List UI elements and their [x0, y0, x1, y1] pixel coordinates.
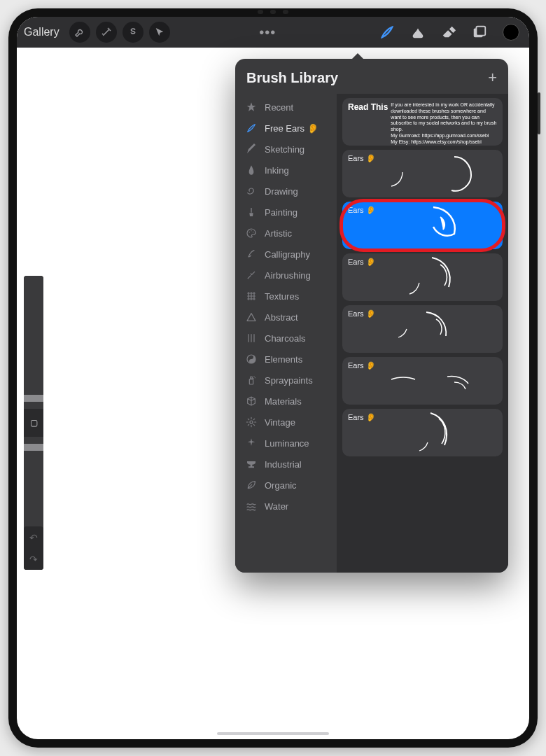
brush-label: Ears 👂: [348, 413, 497, 422]
category-item-industrial[interactable]: Industrial: [235, 454, 337, 475]
modify-button[interactable]: ▢: [24, 409, 43, 437]
svg-point-12: [250, 421, 253, 424]
category-item-organic[interactable]: Organic: [235, 475, 337, 496]
category-item-calligraphy[interactable]: Calligraphy: [235, 244, 337, 265]
category-label: Artistic: [265, 228, 292, 239]
eraser-tool-button[interactable]: [441, 24, 456, 40]
redo-icon: ↷: [29, 554, 38, 565]
brush-tool-button[interactable]: [379, 24, 395, 40]
category-item-materials[interactable]: Materials: [235, 391, 337, 412]
more-menu-button[interactable]: •••: [259, 24, 276, 41]
redo-button[interactable]: ↷: [24, 548, 43, 570]
brush-size-opacity-sidebar: ▢: [24, 276, 43, 570]
svg-point-4: [253, 232, 253, 232]
device-side-button: [538, 92, 540, 134]
category-item-charcoals[interactable]: Charcoals: [235, 328, 337, 349]
svg-rect-7: [249, 379, 253, 384]
water-icon: [245, 500, 258, 512]
undo-icon: ↶: [29, 532, 38, 543]
leaf-icon: [245, 479, 258, 491]
wrench-icon: [74, 27, 85, 38]
category-label: Free Ears 👂: [265, 123, 318, 134]
category-label: Inking: [265, 165, 289, 176]
popover-arrow: [351, 53, 364, 59]
undo-redo-group: ↶ ↷: [24, 526, 43, 570]
square-icon: ▢: [30, 418, 38, 428]
category-label: Drawing: [265, 186, 298, 197]
yinyang-icon: [245, 354, 258, 365]
layers-icon: [472, 24, 487, 40]
vintage-icon: [245, 416, 258, 428]
svg-point-3: [251, 230, 251, 231]
category-item-airbrushing[interactable]: Airbrushing: [235, 265, 337, 286]
calligraphy-icon: [245, 248, 258, 260]
category-item-vintage[interactable]: Vintage: [235, 412, 337, 433]
brush-list[interactable]: Read ThisIf you are interested in my wor…: [337, 94, 508, 573]
add-brush-button[interactable]: +: [488, 69, 497, 87]
category-item-elements[interactable]: Elements: [235, 349, 337, 370]
popover-title: Brush Library: [246, 70, 338, 86]
gallery-button[interactable]: Gallery: [24, 26, 59, 38]
category-item-water[interactable]: Water: [235, 496, 337, 517]
pencil-icon: [245, 144, 258, 155]
arrow-cursor-icon: [154, 27, 165, 38]
brush-size-thumb[interactable]: [24, 395, 43, 402]
airbrush-icon: [245, 270, 258, 281]
ipad-frame: Gallery •••: [8, 8, 538, 748]
category-label: Abstract: [265, 312, 298, 323]
top-toolbar: Gallery •••: [17, 17, 529, 48]
brush-opacity-thumb[interactable]: [24, 444, 43, 451]
category-list[interactable]: RecentFree Ears 👂SketchingInkingDrawingP…: [235, 94, 337, 573]
triangle-icon: [245, 312, 258, 323]
svg-point-9: [253, 376, 254, 377]
category-label: Industrial: [265, 459, 302, 470]
brush-item[interactable]: Ears 👂: [342, 253, 503, 301]
swirl-icon: [245, 186, 258, 197]
color-well-button[interactable]: [503, 24, 519, 41]
smudge-tool-button[interactable]: [410, 24, 426, 40]
anvil-icon: [245, 458, 258, 470]
popover-header: Brush Library +: [235, 59, 508, 94]
brush-item[interactable]: Read ThisIf you are interested in my wor…: [342, 98, 503, 146]
category-label: Elements: [265, 354, 302, 365]
transform-button[interactable]: [149, 22, 170, 43]
star-icon: [245, 102, 258, 113]
category-item-artistic[interactable]: Artistic: [235, 223, 337, 244]
category-item-drawing[interactable]: Drawing: [235, 181, 337, 202]
brush-library-popover: Brush Library + RecentFree Ears 👂Sketchi…: [235, 59, 508, 573]
actions-button[interactable]: [69, 22, 90, 43]
layers-button[interactable]: [472, 24, 487, 40]
category-label: Organic: [265, 480, 297, 491]
category-item-abstract[interactable]: Abstract: [235, 307, 337, 328]
category-item-luminance[interactable]: Luminance: [235, 433, 337, 454]
brush-label: Read This: [348, 102, 388, 146]
brush-item[interactable]: Ears 👂: [342, 305, 503, 353]
category-item-textures[interactable]: Textures: [235, 286, 337, 307]
category-item-spraypaints[interactable]: Spraypaints: [235, 370, 337, 391]
brush-icon: [245, 122, 258, 134]
category-item-recent[interactable]: Recent: [235, 97, 337, 118]
brush-size-slider[interactable]: [24, 276, 43, 409]
palette-icon: [245, 227, 258, 239]
category-item-free-ears[interactable]: Free Ears 👂: [235, 118, 337, 139]
brush-item[interactable]: Ears 👂: [342, 357, 503, 405]
category-item-inking[interactable]: Inking: [235, 160, 337, 181]
brush-item[interactable]: Ears 👂: [342, 202, 503, 249]
eraser-icon: [441, 24, 456, 40]
paintbrush-icon: [245, 206, 258, 218]
brush-item[interactable]: Ears 👂: [342, 150, 503, 197]
nib-icon: [245, 164, 258, 176]
category-item-painting[interactable]: Painting: [235, 202, 337, 223]
selection-s-icon: [127, 27, 139, 38]
category-label: Sketching: [265, 144, 304, 155]
category-item-sketching[interactable]: Sketching: [235, 139, 337, 160]
adjustments-button[interactable]: [96, 22, 117, 43]
svg-rect-8: [251, 377, 253, 379]
category-label: Spraypaints: [265, 375, 313, 386]
brush-label: Ears 👂: [348, 206, 497, 215]
undo-button[interactable]: ↶: [24, 526, 43, 548]
brush-item[interactable]: Ears 👂: [342, 409, 503, 456]
category-label: Airbrushing: [265, 270, 311, 281]
texture-icon: [245, 290, 258, 302]
selection-button[interactable]: [122, 22, 144, 43]
